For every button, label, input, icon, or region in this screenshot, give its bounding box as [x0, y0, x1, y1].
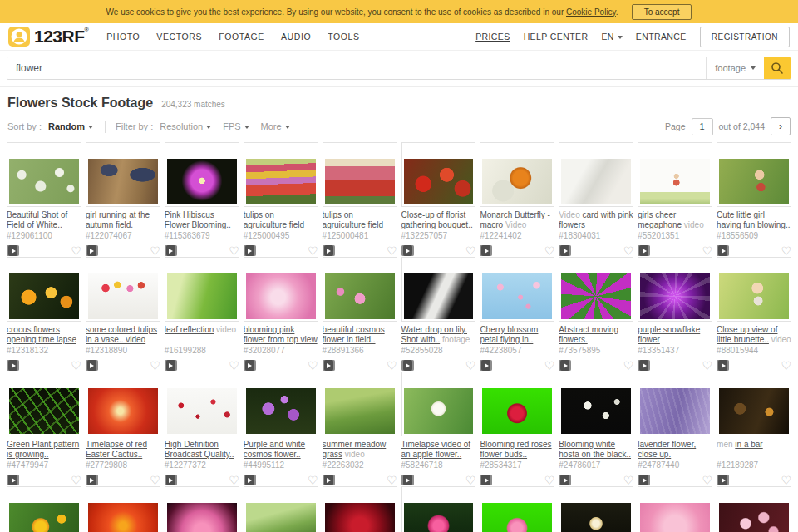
item-title-link[interactable]: Green Plant pattern is growing.. — [7, 440, 79, 459]
item-thumbnail-card[interactable] — [638, 257, 712, 322]
item-title-link[interactable]: Timelapse of red Easter Cactus.. — [86, 440, 147, 459]
nav-tools[interactable]: TOOLS — [328, 32, 359, 42]
prices-link[interactable]: PRICES — [475, 32, 510, 42]
item-thumbnail-card[interactable] — [244, 486, 318, 532]
cookie-policy-link[interactable]: Cookie Policy — [566, 7, 616, 17]
favorite-heart-icon[interactable] — [702, 475, 713, 486]
favorite-heart-icon[interactable] — [387, 475, 397, 486]
item-title-link[interactable]: girl running at the autumn field. — [86, 210, 150, 229]
favorite-heart-icon[interactable] — [544, 245, 555, 257]
favorite-heart-icon[interactable] — [308, 360, 318, 372]
favorite-heart-icon[interactable] — [229, 245, 239, 257]
favorite-heart-icon[interactable] — [702, 245, 713, 257]
language-selector[interactable]: EN — [601, 32, 622, 42]
nav-footage[interactable]: FOOTAGE — [219, 32, 264, 42]
item-thumbnail-card[interactable] — [165, 486, 239, 532]
item-thumbnail-card[interactable] — [7, 142, 81, 207]
favorite-heart-icon[interactable] — [71, 245, 81, 257]
cookie-accept-button[interactable]: To accept — [632, 4, 692, 20]
favorite-heart-icon[interactable] — [623, 360, 634, 372]
item-thumbnail-card[interactable] — [480, 257, 554, 322]
item-title-link[interactable]: Timelapse video of an apple flower.. — [401, 440, 471, 459]
item-title-link[interactable]: Cute little girl having fun blowing.. — [717, 210, 790, 229]
favorite-heart-icon[interactable] — [702, 360, 713, 372]
sort-dropdown[interactable]: Random — [48, 121, 93, 131]
resolution-dropdown[interactable]: Resolution — [160, 121, 211, 131]
more-dropdown[interactable]: More — [261, 121, 290, 131]
item-title-link[interactable]: Cherry blossom petal flying in.. — [480, 325, 538, 344]
item-thumbnail-card[interactable] — [165, 142, 239, 207]
item-thumbnail-card[interactable] — [717, 142, 791, 207]
item-title-link[interactable]: Close-up of florist gathering bouquet.. — [401, 210, 473, 229]
logo[interactable]: 123RF® — [8, 26, 88, 47]
item-title-link[interactable]: High Definition Broadcast Quality.. — [165, 440, 234, 459]
item-thumbnail-card[interactable] — [165, 257, 239, 322]
item-thumbnail-card[interactable] — [323, 142, 397, 207]
item-thumbnail-card[interactable] — [86, 486, 160, 532]
favorite-heart-icon[interactable] — [308, 475, 318, 486]
favorite-heart-icon[interactable] — [71, 360, 81, 372]
favorite-heart-icon[interactable] — [544, 360, 555, 372]
favorite-heart-icon[interactable] — [781, 245, 791, 257]
favorite-heart-icon[interactable] — [466, 475, 476, 486]
item-thumbnail-card[interactable] — [7, 486, 81, 532]
search-button[interactable] — [764, 57, 791, 79]
item-title-link[interactable]: Purple and white cosmos flower.. — [244, 440, 306, 459]
item-title-link[interactable]: lavender flower, close up. — [638, 440, 696, 459]
favorite-heart-icon[interactable] — [387, 360, 397, 372]
item-title-link[interactable]: tulips on agruiculture field holland — [244, 210, 304, 230]
item-thumbnail-card[interactable] — [559, 486, 633, 532]
search-category-select[interactable]: footage — [706, 57, 764, 79]
item-thumbnail-card[interactable] — [86, 372, 160, 436]
favorite-heart-icon[interactable] — [781, 475, 791, 486]
item-thumbnail-card[interactable] — [165, 372, 239, 436]
favorite-heart-icon[interactable] — [71, 475, 81, 486]
item-title-link[interactable]: blooming pink flower from top view — [244, 325, 318, 344]
item-thumbnail-card[interactable] — [559, 142, 633, 207]
nav-audio[interactable]: AUDIO — [281, 32, 311, 42]
item-thumbnail-card[interactable] — [401, 257, 476, 322]
item-title-link[interactable]: some colored tulips in a vase.. video — [86, 325, 157, 344]
item-thumbnail-card[interactable] — [638, 372, 712, 436]
item-title-link[interactable]: Blooming white hosta on the black.. — [559, 440, 631, 459]
item-thumbnail-card[interactable] — [717, 257, 791, 322]
item-title-link[interactable]: beautiful cosmos flower in field.. — [323, 325, 385, 344]
item-thumbnail-card[interactable] — [323, 372, 397, 436]
item-thumbnail-card[interactable] — [559, 372, 633, 436]
item-thumbnail-card[interactable] — [638, 486, 712, 532]
favorite-heart-icon[interactable] — [466, 360, 476, 372]
item-title-link[interactable]: crocus flowers opening time lapse — [7, 325, 76, 344]
favorite-heart-icon[interactable] — [623, 475, 634, 486]
favorite-heart-icon[interactable] — [150, 360, 160, 372]
favorite-heart-icon[interactable] — [229, 360, 239, 372]
item-thumbnail-card[interactable] — [401, 486, 476, 532]
item-title-link[interactable]: tulips on agruiculture field holland — [323, 210, 383, 230]
item-title-link[interactable]: girls cheer megaphone — [638, 210, 682, 229]
item-thumbnail-card[interactable] — [401, 372, 476, 436]
item-thumbnail-card[interactable] — [559, 257, 633, 322]
item-thumbnail-card[interactable] — [717, 486, 791, 532]
favorite-heart-icon[interactable] — [387, 245, 397, 257]
help-center-link[interactable]: HELP CENTER — [524, 32, 589, 42]
item-title-link[interactable]: leaf reflection — [165, 325, 214, 334]
item-thumbnail-card[interactable] — [323, 486, 397, 532]
registration-button[interactable]: REGISTRATION — [700, 27, 790, 47]
entrance-link[interactable]: ENTRANCE — [636, 32, 687, 42]
fps-dropdown[interactable]: FPS — [223, 121, 249, 131]
item-thumbnail-card[interactable] — [323, 257, 397, 322]
item-thumbnail-card[interactable] — [86, 142, 160, 207]
item-thumbnail-card[interactable] — [244, 257, 318, 322]
item-thumbnail-card[interactable] — [244, 372, 318, 436]
item-thumbnail-card[interactable] — [7, 372, 81, 436]
favorite-heart-icon[interactable] — [150, 245, 160, 257]
item-thumbnail-card[interactable] — [480, 372, 554, 436]
item-title-link[interactable]: Abstract moving flowers. Blossoming.. — [559, 325, 618, 345]
page-number-input[interactable] — [692, 118, 713, 135]
item-thumbnail-card[interactable] — [638, 142, 712, 207]
search-input[interactable] — [7, 57, 706, 79]
item-thumbnail-card[interactable] — [244, 142, 318, 207]
item-title-link[interactable]: Beautiful Shot of Field of White.. — [7, 210, 67, 229]
nav-vectors[interactable]: VECTORS — [156, 32, 202, 42]
item-thumbnail-card[interactable] — [480, 486, 554, 532]
item-thumbnail-card[interactable] — [7, 257, 81, 322]
